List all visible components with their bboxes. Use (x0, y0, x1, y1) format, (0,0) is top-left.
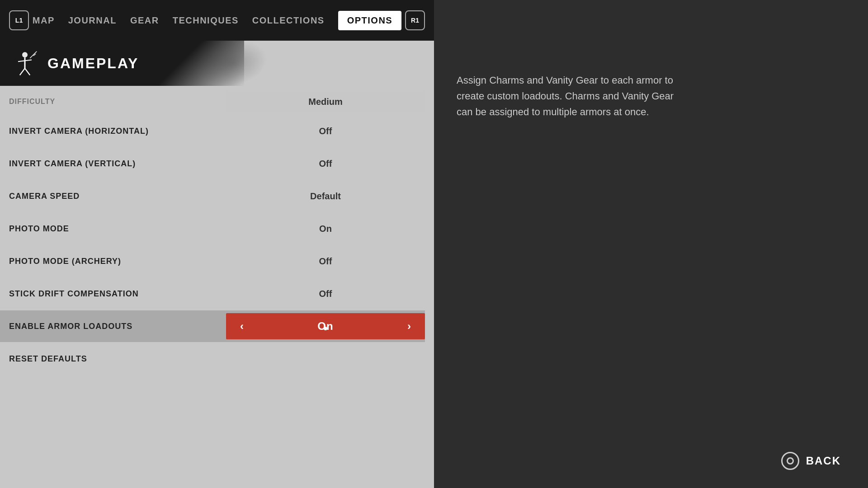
stick-drift-row: STICK DRIFT COMPENSATION Off (0, 278, 425, 310)
photo-mode-row: PHOTO MODE On (0, 213, 425, 244)
gameplay-header: GAMEPLAY (0, 41, 244, 86)
nav-item-collections[interactable]: COLLECTIONS (252, 15, 325, 26)
r1-button[interactable]: R1 (405, 10, 425, 30)
reset-defaults-row[interactable]: RESET DEFAULTS (0, 343, 434, 375)
armor-loadouts-next-button[interactable]: › (400, 317, 418, 335)
photo-mode-archery-row: PHOTO MODE (ARCHERY) Off (0, 245, 425, 277)
warrior-icon (9, 47, 41, 79)
stick-drift-label: STICK DRIFT COMPENSATION (0, 289, 222, 299)
svg-point-6 (22, 52, 28, 57)
svg-line-9 (20, 68, 25, 75)
difficulty-value[interactable]: Medium (226, 91, 425, 112)
invert-cam-v-row: INVERT CAMERA (VERTICAL) Off (0, 148, 425, 179)
back-inner-circle (787, 457, 794, 465)
stick-drift-value[interactable]: Off (226, 281, 425, 307)
nav-item-options[interactable]: OPTIONS (338, 11, 402, 30)
nav-item-map[interactable]: MAP (33, 15, 55, 26)
gameplay-title: GAMEPLAY (47, 55, 139, 72)
main-panel: GAMEPLAY DIFFICULTY Medium INVERT CAMERA… (0, 41, 434, 488)
invert-cam-v-value[interactable]: Off (226, 150, 425, 177)
photo-mode-archery-value[interactable]: Off (226, 248, 425, 274)
armor-loadouts-label: ENABLE ARMOR LOADOUTS (0, 322, 222, 331)
invert-cam-h-label: INVERT CAMERA (HORIZONTAL) (0, 127, 222, 136)
description-text: Assign Charms and Vanity Gear to each ar… (457, 72, 683, 120)
difficulty-label: DIFFICULTY (0, 98, 222, 106)
invert-cam-v-label: INVERT CAMERA (VERTICAL) (0, 159, 222, 169)
nav-items: MAP JOURNAL GEAR TECHNIQUES COLLECTIONS … (33, 11, 401, 30)
difficulty-row: DIFFICULTY Medium (0, 90, 425, 113)
armor-loadouts-value-text: On (317, 320, 333, 333)
photo-mode-value[interactable]: On (226, 216, 425, 242)
armor-loadouts-value[interactable]: ‹ On › (226, 313, 425, 339)
camera-speed-row: CAMERA SPEED Default (0, 180, 425, 212)
nav-item-journal[interactable]: JOURNAL (68, 15, 117, 26)
camera-speed-value[interactable]: Default (226, 183, 425, 209)
photo-mode-archery-label: PHOTO MODE (ARCHERY) (0, 257, 222, 266)
invert-cam-h-row: INVERT CAMERA (HORIZONTAL) Off (0, 115, 425, 147)
photo-mode-label: PHOTO MODE (0, 224, 222, 234)
back-circle-icon (781, 452, 799, 470)
settings-list: DIFFICULTY Medium INVERT CAMERA (HORIZON… (0, 90, 434, 375)
reset-defaults-label: RESET DEFAULTS (9, 354, 87, 364)
svg-line-10 (25, 68, 30, 75)
armor-loadouts-control: ‹ On › (226, 317, 425, 335)
selection-dot (324, 327, 327, 330)
svg-line-11 (30, 52, 37, 58)
armor-loadouts-row: ENABLE ARMOR LOADOUTS ‹ On › (0, 310, 425, 342)
nav-bar: L1 MAP JOURNAL GEAR TECHNIQUES COLLECTIO… (0, 0, 434, 41)
right-panel: Assign Charms and Vanity Gear to each ar… (434, 0, 868, 488)
l1-button[interactable]: L1 (9, 10, 29, 30)
nav-item-techniques[interactable]: TECHNIQUES (173, 15, 239, 26)
back-button[interactable]: BACK (781, 452, 841, 470)
armor-loadouts-prev-button[interactable]: ‹ (233, 317, 251, 335)
camera-speed-label: CAMERA SPEED (0, 192, 222, 201)
invert-cam-h-value[interactable]: Off (226, 118, 425, 144)
nav-item-gear[interactable]: GEAR (130, 15, 159, 26)
